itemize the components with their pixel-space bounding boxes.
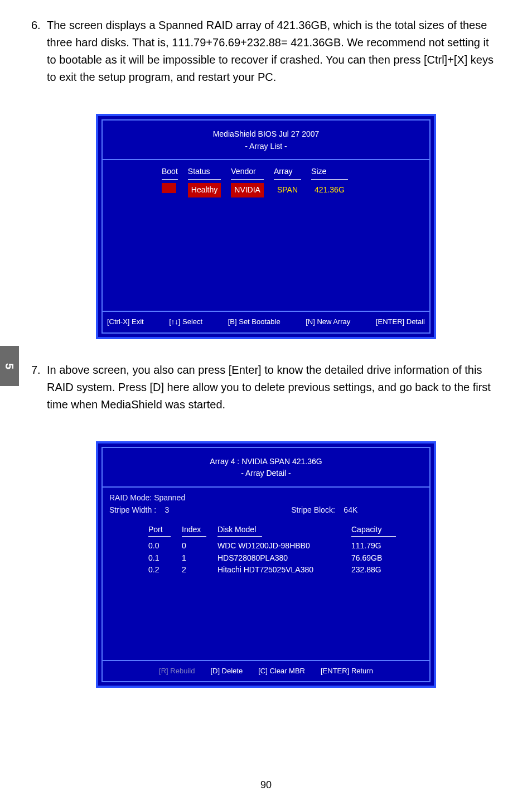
bios2-header-row: Port Index Disk Model Capacity [148,524,423,540]
cell-status: Healthy [188,183,221,197]
status-left: RAID Mode: Spanned Stripe Width : 3 [109,492,185,516]
table-row: 0.0 0 WDC WD1200JD-98HBB0 111.79G [148,540,423,552]
th-status: Status [188,166,221,179]
bios-title-line1: Array 4 : NVIDIA SPAN 421.36G [103,456,429,468]
cell-index: 1 [182,552,206,565]
bios-footer: [R] Rebuild [D] Delete [C] Clear MBR [EN… [103,660,429,681]
bios-title-line2: - Array List - [103,141,429,153]
step-text: In above screen, you also can press [Ent… [47,361,501,413]
cell-model: HDS728080PLA380 [217,552,340,565]
underline [231,179,264,180]
key-detail: [ENTER] Detail [376,316,425,327]
key-return: [ENTER] Return [321,666,373,677]
key-select: [↑↓] Select [169,316,202,327]
key-setbootable: [B] Set Bootable [228,316,280,327]
bios-title-line1: MediaShield BIOS Jul 27 2007 [103,128,429,141]
th-model-label: Disk Model [217,525,256,534]
key-rebuild: [R] Rebuild [159,666,195,677]
bios-inner-frame: Array 4 : NVIDIA SPAN 421.36G - Array De… [101,447,431,683]
step-7: 7. In above screen, you also can press [… [31,361,501,413]
cell-model: Hitachi HDT725025VLA380 [217,564,340,576]
bios-title: MediaShield BIOS Jul 27 2007 - Array Lis… [103,120,429,160]
th-index: Index [182,524,206,540]
th-port: Port [148,524,171,540]
bios-footer: [Ctrl-X] Exit [↑↓] Select [B] Set Bootab… [103,311,429,332]
key-clearmbr: [C] Clear MBR [258,666,305,677]
stripe-width-label: Stripe Width : [109,505,156,514]
stripe-block: Stripe Block: 64K [291,504,357,517]
bios-col-array: Array SPAN [274,166,301,197]
underline [311,179,348,180]
bios-col-status: Status Healthy [188,166,221,197]
th-port-label: Port [148,525,163,534]
bios-status-line: RAID Mode: Spanned Stripe Width : 3 Stri… [103,488,429,520]
stripe-block-label: Stripe Block: [291,505,335,514]
th-capacity: Capacity [351,524,396,540]
th-vendor: Vendor [231,166,264,179]
bios-col-size: Size 421.36G [311,166,348,197]
bios-title-line2: - Array Detail - [103,467,429,480]
bios-table: Boot Status Healthy Vendor NVIDIA [162,166,420,197]
table-row: 0.1 1 HDS728080PLA380 76.69GB [148,552,423,565]
step-number: 6. [31,17,47,86]
bios-array-detail-screen: Array 4 : NVIDIA SPAN 421.36G - Array De… [96,441,436,688]
bios-col-boot: Boot [162,166,178,197]
instruction-list: 6. The screen displays a Spanned RAID ar… [31,17,501,86]
bios-title: Array 4 : NVIDIA SPAN 421.36G - Array De… [103,448,429,488]
underline [351,536,396,537]
th-size: Size [311,166,348,179]
bios-body: Boot Status Healthy Vendor NVIDIA [103,160,429,311]
cell-index: 2 [182,564,206,576]
underline [182,536,206,537]
cell-array: SPAN [274,183,301,197]
underline [188,179,221,180]
stripe-width-value: 3 [165,505,170,514]
instruction-list-2: 7. In above screen, you also can press [… [31,361,501,413]
underline [217,536,262,537]
cell-capacity: 111.79G [351,540,396,552]
th-boot: Boot [162,166,178,179]
cell-port: 0.0 [148,540,171,552]
page-number: 90 [0,778,532,793]
cell-vendor: NVIDIA [231,183,264,197]
underline [148,536,171,537]
step-text: The screen displays a Spanned RAID array… [47,17,501,86]
cell-index: 0 [182,540,206,552]
bios-col-vendor: Vendor NVIDIA [231,166,264,197]
stripe-block-value: 64K [344,505,357,514]
cell-capacity: 232.88G [351,564,396,576]
raid-mode: RAID Mode: Spanned [109,492,185,504]
step-6: 6. The screen displays a Spanned RAID ar… [31,17,501,86]
cell-port: 0.1 [148,552,171,565]
th-index-label: Index [182,525,201,534]
underline [274,179,301,180]
underline [162,179,178,180]
key-delete: [D] Delete [210,666,243,677]
bios2-table: Port Index Disk Model Capacity [148,524,423,576]
step-number: 7. [31,361,47,413]
side-tab-label: 5 [1,363,18,369]
cell-size: 421.36G [311,183,348,197]
th-array: Array [274,166,301,179]
stripe-width: Stripe Width : 3 [109,504,185,517]
cell-model: WDC WD1200JD-98HBB0 [217,540,340,552]
boot-indicator [162,183,176,193]
side-tab: 5 [0,346,19,386]
page-content: 6. The screen displays a Spanned RAID ar… [31,17,501,710]
key-newarray: [N] New Array [306,316,350,327]
cell-capacity: 76.69GB [351,552,396,565]
th-capacity-label: Capacity [351,525,381,534]
key-exit: [Ctrl-X] Exit [107,316,144,327]
bios-array-list-screen: MediaShield BIOS Jul 27 2007 - Array Lis… [96,114,436,339]
bios-inner-frame: MediaShield BIOS Jul 27 2007 - Array Lis… [101,119,431,334]
table-row: 0.2 2 Hitachi HDT725025VLA380 232.88G [148,564,423,576]
th-model: Disk Model [217,524,340,540]
cell-port: 0.2 [148,564,171,576]
bios2-body: Port Index Disk Model Capacity [103,520,429,660]
